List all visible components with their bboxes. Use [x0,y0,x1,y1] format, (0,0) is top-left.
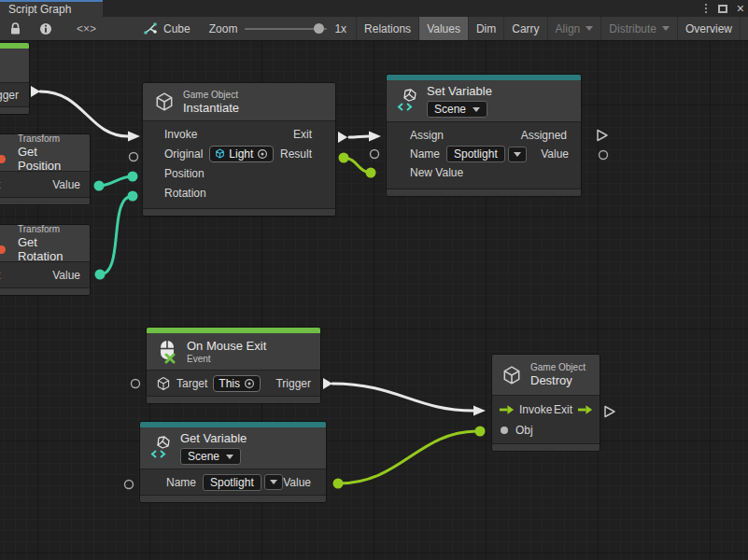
code-icon[interactable]: <×> [68,17,105,40]
node-title: Get Variable [180,431,247,445]
port-destroy-exit[interactable] [605,407,614,417]
value-port-label: Value [52,269,80,282]
variable-name-dropdown[interactable]: Spotlight [446,146,505,162]
variable-scope-dropdown[interactable]: Scene [427,101,487,118]
port-instantiate-position[interactable] [128,172,138,182]
carry-button[interactable]: Carry [503,17,546,40]
port-getvariable-name[interactable] [125,481,134,489]
obj-port-label: Obj [515,424,533,437]
wire-arrowhead [369,132,381,142]
fullscreen-button[interactable]: Full Screen [740,17,748,40]
window-close-icon[interactable]: × [737,2,744,15]
original-object-field[interactable]: Light [209,146,274,162]
node-title: Set Variable [427,84,492,98]
port-getvariable-value[interactable] [333,479,344,489]
port-setvariable-newvalue[interactable] [366,168,376,178]
unity-script-graph-window: Script Graph × <×> [0,0,748,560]
zoom-control: Zoom 1x [200,17,356,40]
window-menu-icon[interactable] [703,4,709,13]
invoke-port-label: Invoke [164,128,197,141]
value-port-label: Value [283,476,311,489]
result-port-label: Result [280,147,312,161]
exit-port-label: Exit [293,128,312,141]
graph-toolbar: <×> Cube Zoom 1x Relations Values Dim Ca… [0,17,748,41]
flow-arrow-icon [499,404,515,415]
port-getrotation-value[interactable] [95,270,106,280]
port-instantiate-rotation[interactable] [128,191,138,202]
node-instantiate[interactable]: Game Object Instantiate Invoke Exit Orig… [142,82,336,217]
wire-getposition-to-position [99,176,133,186]
node-subtitle: Event [187,354,266,364]
node-title: Get Rotation [18,235,80,263]
transform-icon [0,155,6,163]
tab-label: Script Graph [8,3,71,16]
new-value-port-label: New Value [410,166,463,179]
node-set-variable[interactable]: Set Variable Scene Assign Assigned Name [386,74,582,197]
obj-port-dot-icon [501,427,508,434]
node-on-mouse-exit[interactable]: On Mouse Exit Event Target This [146,327,321,404]
target-port-label: Target [176,377,207,390]
node-destroy[interactable]: Game Object Destroy Invoke Exit [491,354,600,452]
port-setvariable-assigned[interactable] [598,131,607,141]
node-title: Instantiate [183,101,239,115]
target-object-field[interactable]: This [213,375,261,392]
script-graph-tab[interactable]: Script Graph [0,0,103,17]
variable-name-dropdown-arrow[interactable] [508,147,527,162]
node-get-variable[interactable]: Get Variable Scene Name Spotlight [139,421,327,503]
node-title: Get Position [18,145,80,173]
lock-icon[interactable] [0,17,31,40]
name-port-label: Name [410,147,440,161]
zoom-handle[interactable] [314,23,324,34]
node-event-partial[interactable]: Trigger [0,42,30,115]
rotation-port-label: Rotation [164,187,206,200]
invoke-port-label: Invoke [519,403,552,416]
wire-arrowhead [128,132,140,142]
info-icon[interactable] [31,17,61,40]
graph-target[interactable]: Cube [134,17,200,40]
transform-icon [0,245,6,254]
zoom-label: Zoom [209,22,238,35]
wire-result-to-newvalue [344,158,371,173]
cube-icon [501,365,522,385]
variable-name-dropdown-arrow[interactable] [264,474,283,490]
node-get-position[interactable]: Transform Get Position Target Value [0,133,91,205]
port-eventpartial-trigger[interactable] [31,86,40,97]
object-picker-icon[interactable] [244,378,255,389]
trigger-port-label: Trigger [275,377,311,390]
zoom-slider[interactable] [245,28,327,30]
port-instantiate-original[interactable] [130,153,138,161]
node-get-rotation[interactable]: Transform Get Rotation Target Value [0,224,91,296]
distribute-dropdown[interactable]: Distribute [600,17,677,40]
port-setvariable-value[interactable] [600,151,608,160]
port-getposition-value[interactable] [94,181,105,191]
value-port-label: Value [541,147,569,161]
graph-asset-icon [144,22,158,35]
relations-button[interactable]: Relations [356,17,418,40]
cube-icon [154,91,175,112]
node-category: Game Object [530,362,586,372]
port-mouseexit-target[interactable] [132,380,140,388]
align-dropdown[interactable]: Align [547,17,601,40]
variable-scope-dropdown[interactable]: Scene [180,448,241,465]
values-button[interactable]: Values [418,17,468,40]
variable-name-dropdown[interactable]: Spotlight [203,474,261,491]
port-instantiate-result[interactable] [339,153,349,163]
object-picker-icon[interactable] [257,148,268,160]
node-category: Transform [18,133,80,144]
node-category: Transform [18,224,80,234]
window-maximize-icon[interactable] [718,5,727,13]
overview-button[interactable]: Overview [677,17,740,40]
wire-arrowhead [473,406,486,416]
port-setvariable-name[interactable] [371,150,379,159]
port-mouseexit-trigger[interactable] [323,378,332,389]
assigned-port-label: Assigned [521,129,567,142]
port-instantiate-exit[interactable] [338,132,347,143]
position-port-label: Position [164,167,205,180]
graph-canvas[interactable]: Trigger Transform Get Position Target Va… [0,41,748,560]
wire-getrotation-to-rotation [100,196,133,274]
dim-button[interactable]: Dim [468,17,503,40]
flow-arrow-icon [577,404,593,415]
port-destroy-obj[interactable] [475,427,486,437]
wire-instantiate-to-setvariable [349,136,369,137]
graph-target-label: Cube [163,22,191,35]
